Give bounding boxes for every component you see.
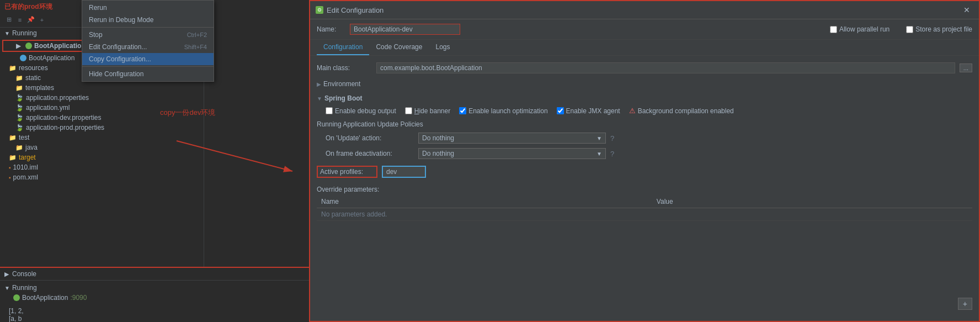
frame-deactivation-dropdown[interactable]: Do nothing ▼	[418, 148, 606, 159]
target-folder[interactable]: 📁 target	[0, 152, 204, 162]
tab-code-coverage[interactable]: Code Coverage	[369, 40, 429, 55]
menu-rerun[interactable]: Rerun	[82, 2, 214, 14]
name-input[interactable]	[350, 24, 460, 35]
spring-boot-title[interactable]: ▼ Spring Boot	[317, 92, 972, 104]
bg-compilation-label: Background compilation enabled	[638, 107, 734, 115]
hide-banner-checkbox[interactable]	[405, 107, 412, 114]
add-override-button[interactable]: +	[958, 298, 972, 310]
java-folder[interactable]: 📁 java	[0, 142, 204, 152]
pom-file[interactable]: ▪ pom.xml	[0, 172, 204, 182]
dropdown-arrow-icon-2: ▼	[596, 151, 602, 157]
allow-parallel-checkbox-row: Allow parallel run	[830, 25, 890, 33]
pin-icon[interactable]: 📌	[26, 15, 35, 24]
enable-launch-checkbox[interactable]	[459, 107, 466, 114]
no-params-row: No parameters added.	[317, 208, 972, 221]
spring-boot-checkboxes: Enable debug output Hide banner Enable l…	[317, 104, 972, 117]
store-project-checkbox[interactable]	[906, 26, 913, 33]
test-folder[interactable]: 📁 test	[0, 133, 204, 142]
tab-logs[interactable]: Logs	[429, 40, 456, 55]
enable-debug-checkbox-item: Enable debug output	[326, 107, 396, 115]
dialog-content: Main class: ... ▶ Environment ▼ Spring B…	[310, 56, 979, 321]
bg-compilation-item: ⚠ Background compilation enabled	[629, 107, 734, 115]
layout-icon[interactable]: ⊞	[4, 15, 13, 24]
col-name-header: Name	[317, 196, 652, 208]
frame-help-icon[interactable]: ?	[610, 150, 614, 158]
file-name: application.properties	[26, 94, 89, 102]
menu-edit-config[interactable]: Edit Configuration... Shift+F4	[82, 41, 214, 53]
menu-rerun-debug[interactable]: Rerun in Debug Mode	[82, 14, 214, 26]
port-hint: :9090	[70, 294, 87, 302]
java-folder-icon: 📁	[15, 144, 23, 151]
main-class-row: Main class: ...	[317, 60, 972, 76]
context-menu: Rerun Rerun in Debug Mode Stop Ctrl+F2 E…	[82, 0, 214, 82]
boot-icon-console	[13, 294, 20, 301]
menu-separator-2	[82, 66, 214, 67]
on-update-row: On 'Update' action: Do nothing ▼ ?	[317, 130, 972, 146]
menu-item-label: Copy Configuration...	[89, 55, 151, 63]
environment-title[interactable]: ▶ Environment	[317, 78, 972, 90]
folder-name: static	[25, 74, 41, 82]
menu-item-label: Hide Configuration	[89, 70, 143, 78]
no-params-cell: No parameters added.	[317, 208, 972, 221]
edit-configuration-dialog: ⚙ Edit Configuration ✕ Name: Allow paral…	[309, 0, 980, 322]
name-row: Name: Allow parallel run Store as projec…	[310, 19, 979, 40]
xml-icon: ▪	[9, 175, 11, 181]
override-section: Override parameters: Name Value No param…	[317, 183, 972, 221]
override-label: Override parameters:	[317, 183, 972, 196]
update-action-value: Do nothing	[422, 134, 454, 142]
file-name: 1010.iml	[13, 163, 38, 171]
update-help-icon[interactable]: ?	[610, 134, 614, 142]
file-name: application-prod.properties	[26, 124, 104, 131]
file-name: application-dev.properties	[26, 114, 102, 122]
menu-item-label: Rerun	[89, 4, 107, 12]
tabs-row: Configuration Code Coverage Logs	[310, 40, 979, 56]
enable-launch-label: Enable launch optimization	[468, 107, 547, 115]
running-row: ▼ Running	[4, 283, 305, 293]
update-action-dropdown[interactable]: Do nothing ▼	[418, 133, 606, 144]
enable-jmx-checkbox[interactable]	[557, 107, 564, 114]
spring-boot-section: ▼ Spring Boot Enable debug output Hide b…	[317, 92, 972, 161]
frame-deactivation-label: On frame deactivation:	[326, 150, 414, 157]
override-table: Name Value No parameters added.	[317, 196, 972, 221]
boot-app-console-item[interactable]: BootApplication :9090	[4, 293, 305, 303]
allow-parallel-checkbox[interactable]	[830, 26, 837, 33]
bottom-toolbar: ▶ Console	[0, 268, 309, 281]
menu-item-label: Rerun in Debug Mode	[89, 16, 153, 24]
tab-configuration[interactable]: Configuration	[317, 40, 369, 55]
active-profiles-label: Active profiles:	[317, 166, 377, 178]
environment-section: ▶ Environment	[317, 78, 972, 90]
update-policies-label: Running Application Update Policies	[317, 117, 972, 130]
folder-icon: 📁	[9, 134, 17, 141]
menu-stop[interactable]: Stop Ctrl+F2	[82, 29, 214, 41]
folder-icon: 📁	[9, 154, 17, 161]
dialog-title: ⚙ Edit Configuration	[316, 6, 384, 14]
enable-debug-checkbox[interactable]	[326, 107, 333, 114]
running-label: Running	[12, 284, 37, 292]
menu-copy-config[interactable]: Copy Configuration...	[82, 53, 214, 65]
main-class-input[interactable]	[376, 62, 955, 73]
add-icon[interactable]: +	[38, 15, 46, 24]
app-prod-properties-file[interactable]: 🍃 application-prod.properties	[0, 123, 204, 133]
folder-icon: 📁	[15, 75, 23, 82]
update-action-label: On 'Update' action:	[326, 134, 414, 142]
browse-button[interactable]: ...	[960, 64, 972, 72]
annotation-prod-env: 已有的prod环境	[4, 2, 52, 12]
filter-icon[interactable]: ≡	[15, 15, 24, 24]
active-profiles-input[interactable]	[382, 166, 426, 178]
dialog-title-text: Edit Configuration	[327, 6, 384, 14]
running-section: ▼ Running BootApplication :9090	[0, 281, 309, 305]
bottom-panel: ▶ Console ▼ Running BootApplication :909…	[0, 267, 309, 322]
dropdown-arrow-icon: ▼	[596, 135, 602, 141]
enable-jmx-label: Enable JMX agent	[566, 107, 620, 115]
enable-jmx-checkbox-item: Enable JMX agent	[557, 107, 620, 115]
console-output: [1, 2, [a, b	[0, 305, 309, 322]
iml-file[interactable]: ▪ 1010.iml	[0, 162, 204, 172]
dialog-title-icon: ⚙	[316, 6, 323, 14]
close-button[interactable]: ✕	[960, 4, 973, 15]
active-profiles-row: Active profiles:	[317, 163, 972, 180]
error-icon: ⚠	[629, 107, 636, 115]
menu-hide-config[interactable]: Hide Configuration	[82, 68, 214, 80]
running-update-label: Running Application Update Policies	[317, 117, 423, 130]
app-properties-file[interactable]: 🍃 application.properties	[0, 93, 204, 103]
templates-folder[interactable]: 📁 templates	[0, 83, 204, 93]
